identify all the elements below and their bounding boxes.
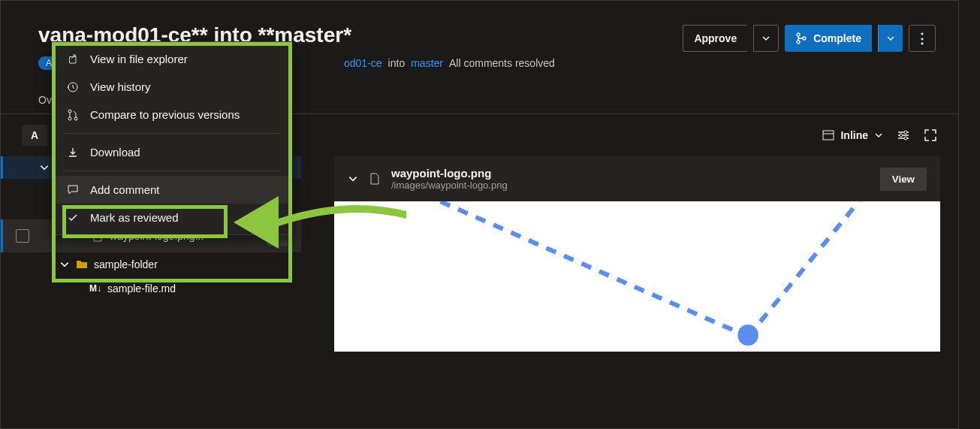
tree-file-label: sample-file.md: [107, 282, 176, 295]
check-icon: [66, 212, 80, 224]
menu-add-comment[interactable]: Add comment: [53, 176, 291, 204]
context-menu: View in file explorer View history Compa…: [52, 41, 292, 235]
menu-label: Download: [90, 146, 140, 159]
menu-divider: [63, 133, 281, 134]
chevron-down-icon: [886, 34, 895, 43]
image-preview: [334, 201, 940, 352]
chevron-down-icon: [874, 131, 883, 140]
layout-icon: [822, 129, 834, 141]
svg-point-10: [737, 325, 758, 346]
approve-button[interactable]: Approve: [683, 25, 747, 52]
svg-point-7: [904, 137, 907, 140]
menu-label: View in file explorer: [90, 53, 188, 65]
download-icon: [66, 147, 80, 159]
svg-point-5: [904, 131, 907, 134]
file-header: waypoint-logo.png /images/waypoint-logo.…: [334, 156, 940, 201]
filter-pill[interactable]: A: [22, 125, 47, 146]
markdown-icon: M↓: [89, 283, 101, 294]
menu-view-history[interactable]: View history: [53, 73, 291, 101]
svg-point-1: [797, 41, 800, 44]
tree-folder-sample[interactable]: sample-folder: [1, 252, 301, 276]
file-name: waypoint-logo.png: [391, 167, 870, 180]
history-icon: [66, 81, 80, 93]
svg-point-0: [797, 33, 800, 36]
merge-icon: [795, 32, 807, 44]
comments-status: All comments resolved: [449, 57, 555, 69]
approve-chevron-button[interactable]: [753, 25, 779, 52]
menu-label: Add comment: [90, 183, 160, 196]
source-branch-link[interactable]: od01-ce: [344, 57, 382, 69]
target-branch-link[interactable]: master: [411, 57, 443, 69]
tree-file-sample[interactable]: M↓ sample-file.md: [1, 276, 301, 301]
fullscreen-icon[interactable]: [924, 128, 937, 142]
comment-icon: [66, 184, 80, 196]
svg-point-13: [68, 117, 71, 120]
file-path: /images/waypoint-logo.png: [391, 180, 870, 191]
folder-icon: [76, 258, 88, 270]
chevron-down-icon: [59, 259, 70, 270]
menu-label: Mark as reviewed: [90, 211, 179, 224]
chevron-down-icon: [39, 162, 50, 173]
complete-chevron-button[interactable]: [878, 25, 903, 52]
menu-compare[interactable]: Compare to previous versions: [53, 101, 291, 128]
svg-line-8: [423, 201, 748, 337]
complete-label: Complete: [813, 32, 861, 44]
complete-button[interactable]: Complete: [785, 25, 872, 52]
view-button[interactable]: View: [880, 168, 927, 191]
file-icon: [369, 173, 381, 185]
menu-divider: [63, 171, 281, 171]
chevron-down-icon: [761, 34, 770, 43]
chevron-down-icon[interactable]: [348, 174, 358, 184]
compare-icon: [66, 109, 80, 121]
menu-download[interactable]: Download: [53, 138, 291, 166]
file-checkbox[interactable]: [16, 229, 29, 243]
settings-icon[interactable]: [897, 128, 910, 142]
inline-toggle[interactable]: Inline: [822, 129, 883, 141]
svg-point-14: [74, 117, 77, 120]
tree-folder-label: sample-folder: [94, 258, 158, 270]
menu-label: View history: [90, 80, 151, 93]
svg-line-9: [748, 201, 859, 337]
inline-label: Inline: [840, 129, 868, 141]
into-text: into: [388, 57, 406, 69]
menu-mark-reviewed[interactable]: Mark as reviewed: [53, 204, 291, 231]
svg-rect-3: [823, 131, 834, 140]
menu-view-explorer[interactable]: View in file explorer: [53, 45, 291, 73]
svg-point-6: [900, 134, 903, 137]
external-icon: [66, 53, 80, 65]
svg-point-12: [68, 110, 71, 113]
menu-label: Compare to previous versions: [90, 108, 240, 121]
svg-point-2: [803, 37, 806, 40]
more-actions-button[interactable]: ⋮: [909, 25, 936, 52]
